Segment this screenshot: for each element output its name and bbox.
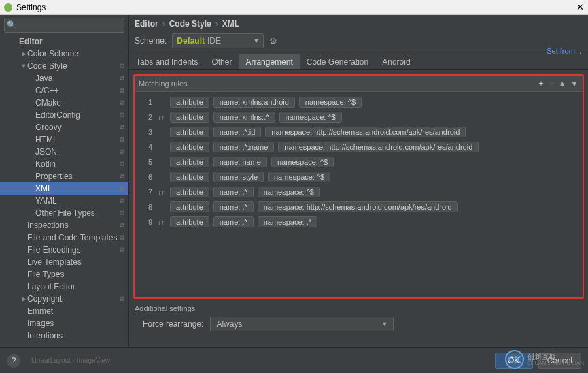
tree-item-editor[interactable]: Editor [0,35,128,48]
tree-item-file-encodings[interactable]: File Encodings⧉ [0,244,128,256]
tree-item-label: EditorConfig [35,110,120,120]
chevron-right-icon: › [162,19,165,29]
gear-icon[interactable]: ⚙ [269,36,277,46]
rule-name-chip: name: xmlns:android [213,97,295,108]
remove-rule-icon[interactable]: − [549,79,554,88]
rule-row[interactable]: 6attributename: stylenamespace: ^$ [135,169,583,184]
tree-item-other-file-types[interactable]: Other File Types⧉ [0,207,128,219]
help-button[interactable]: ? [7,354,20,368]
rule-type-chip: attribute [170,186,209,197]
tab-other[interactable]: Other [205,54,239,69]
tree-item-copyright[interactable]: ▶Copyright⧉ [0,293,128,305]
rule-row[interactable]: 9↓↑attributename: .*namespace: .* [135,214,583,229]
rule-type-chip: attribute [170,216,209,227]
tree-item-label: File Types [27,270,124,279]
tree-item-emmet[interactable]: Emmet [0,305,128,317]
rule-namespace-chip: namespace: ^$ [268,172,330,182]
tabs: Tabs and IndentsOtherArrangementCode Gen… [129,54,588,70]
tree-item-code-style[interactable]: ▼Code Style⧉ [0,60,128,72]
breadcrumb-item[interactable]: Code Style [169,19,211,29]
rule-row[interactable]: 8attributename: .*namespace: http://sche… [135,199,583,214]
tree-item-layout-editor[interactable]: Layout Editor [0,280,128,293]
rule-name-chip: name: style [213,172,264,182]
rule-row[interactable]: 7↓↑attributename: .*namespace: ^$ [135,184,583,199]
move-up-icon[interactable]: ▲ [558,79,566,88]
copy-icon: ⧉ [120,62,124,70]
chevron-right-icon: › [215,19,218,29]
rule-row[interactable]: 1attributename: xmlns:androidnamespace: … [135,95,583,110]
tree-item-inspections[interactable]: Inspections⧉ [0,219,128,231]
ok-button[interactable]: OK [495,353,533,369]
rules-list[interactable]: 1attributename: xmlns:androidnamespace: … [135,92,583,297]
sort-icon: ↓↑ [156,218,166,226]
tree-item-label: Layout Editor [27,282,124,291]
cancel-button[interactable]: Cancel [538,353,581,369]
rule-row[interactable]: 5attributename: namenamespace: ^$ [135,155,583,169]
breadcrumb-item: XML [222,19,239,29]
copy-icon: ⧉ [120,197,124,205]
tree-item-label: XML [35,184,120,193]
tree-item-label: JSON [35,147,120,157]
tree-item-images[interactable]: Images [0,317,128,329]
copy-icon: ⧉ [120,233,124,242]
additional-settings-header: Additional settings [133,299,584,314]
tree-item-label: C/C++ [35,86,120,95]
add-rule-icon[interactable]: ＋ [537,78,545,89]
matching-rules-panel: Matching rules ＋ − ▲ ▼ 1attributename: x… [133,74,584,299]
tree-item-editorconfig[interactable]: EditorConfig⧉ [0,109,128,121]
rule-number: 3 [139,128,152,136]
close-icon[interactable]: ✕ [576,2,584,12]
tree-item-color-scheme[interactable]: ▶Color Scheme [0,48,128,60]
tree-item-kotlin[interactable]: Kotlin⧉ [0,158,128,170]
set-from-link[interactable]: Set from... [547,47,581,55]
tree-item-file-types[interactable]: File Types [0,268,128,280]
tab-arrangement[interactable]: Arrangement [239,54,299,69]
sort-icon: ↓↑ [156,189,166,196]
search-input[interactable] [4,18,124,33]
rule-row[interactable]: 2↓↑attributename: xmlns:.*namespace: ^$ [135,110,583,125]
copy-icon: ⧉ [120,86,124,95]
tab-android[interactable]: Android [375,54,417,69]
tab-code-generation[interactable]: Code Generation [300,54,375,69]
rule-namespace-chip: namespace: http://schemas.android.com/ap… [265,127,466,137]
scheme-select[interactable]: Default IDE ▼ [172,33,264,48]
copy-icon: ⧉ [120,221,124,229]
tree-item-html[interactable]: HTML⧉ [0,133,128,146]
tree-item-yaml[interactable]: YAML⧉ [0,195,128,207]
rule-namespace-chip: namespace: ^$ [271,157,334,167]
chevron-down-icon: ▼ [381,321,387,327]
tree-item-label: Java [35,74,120,83]
tree-item-java[interactable]: Java⧉ [0,72,128,84]
rule-number: 1 [139,98,152,106]
tree-item-label: Images [27,319,124,328]
tree-item-cmake[interactable]: CMake⧉ [0,97,128,109]
rule-name-chip: name: .*:id [213,127,262,137]
rule-name-chip: name: .*:name [213,142,275,152]
copy-icon: ⧉ [120,74,124,82]
tree-item-xml[interactable]: XML⧉ [0,182,128,195]
tree-item-live-templates[interactable]: Live Templates [0,256,128,268]
tree-item-c-c-[interactable]: C/C++⧉ [0,84,128,97]
tree-item-json[interactable]: JSON⧉ [0,146,128,158]
tree-item-groovy[interactable]: Groovy⧉ [0,121,128,133]
rule-type-chip: attribute [170,97,209,108]
tree-item-label: Code Style [27,61,120,71]
settings-tree[interactable]: Editor▶Color Scheme▼Code Style⧉Java⧉C/C+… [0,35,128,347]
rule-name-chip: name: xmlns:.* [213,112,275,123]
rule-name-chip: name: .* [213,186,254,197]
tab-tabs-and-indents[interactable]: Tabs and Indents [129,54,205,69]
tree-arrow-icon: ▼ [20,63,27,69]
tree-item-label: Editor [19,37,124,46]
rule-number: 6 [139,173,152,181]
tree-item-intentions[interactable]: Intentions [0,329,128,342]
rule-type-chip: attribute [170,157,209,167]
move-down-icon[interactable]: ▼ [570,79,578,88]
app-icon [4,3,12,12]
tree-item-file-and-code-templates[interactable]: File and Code Templates⧉ [0,231,128,244]
rule-row[interactable]: 3attributename: .*:idnamespace: http://s… [135,125,583,140]
copy-icon: ⧉ [120,246,124,254]
tree-item-properties[interactable]: Properties⧉ [0,170,128,182]
force-rearrange-select[interactable]: Always ▼ [210,317,394,331]
breadcrumb-item[interactable]: Editor [135,19,158,29]
rule-row[interactable]: 4attributename: .*:namenamespace: http:/… [135,140,583,155]
